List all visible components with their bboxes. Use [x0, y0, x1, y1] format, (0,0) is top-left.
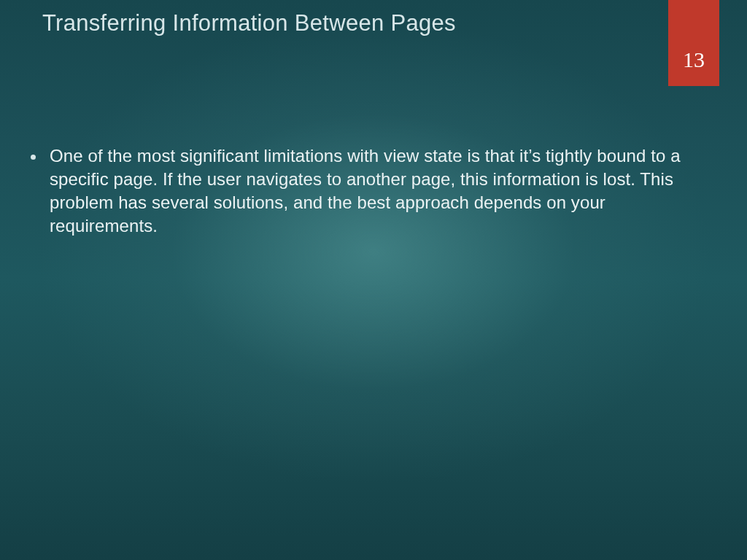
page-number: 13	[683, 47, 705, 72]
slide-title: Transferring Information Between Pages	[42, 10, 456, 36]
bullet-text: One of the most significant limitations …	[50, 144, 709, 238]
list-item: One of the most significant limitations …	[50, 144, 709, 238]
bullet-icon	[31, 155, 36, 160]
slide-body: One of the most significant limitations …	[50, 144, 709, 238]
page-number-badge: 13	[668, 0, 719, 86]
